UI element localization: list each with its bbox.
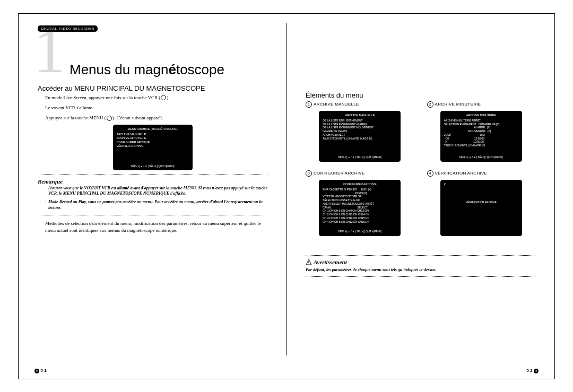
osd-verification-archive: Z VÉRIFICATION ARCHIVE: [440, 180, 522, 236]
sb-l: VÉRIFICATION ARCHIVE: [444, 201, 518, 204]
item-1: 1ARCHIVE MANUELLE ARCHIVE MANUELLE DE LA…: [306, 101, 414, 162]
avertissement-text: Avertissement: [314, 259, 347, 265]
circled-1: 1: [306, 101, 312, 108]
sb-l: ALARME [X]: [444, 126, 518, 129]
sb-l: TAUX D'ÉCHANTILLONNAGE IMAGE 1/1: [323, 137, 397, 141]
step-3: Appuyez sur la touche MENU (). L'écran s…: [45, 115, 267, 121]
osd-item: ARCHIVE MINUTERIE: [117, 136, 189, 140]
sb-l: CANAL SÉLECT.: [323, 206, 397, 210]
sb-l: CH 4:ON CH 8:ON CH12:ON CH16:ON: [323, 220, 397, 224]
rule-4: [306, 276, 535, 277]
item-3-label: 3CONFIGURER ARCHIVE: [306, 170, 414, 177]
header-pill: DIGITAL VIDEO RECORDER: [38, 25, 98, 32]
item-2-text: ARCHIVE MINUTERIE: [435, 102, 481, 107]
circled-2: 2: [427, 101, 433, 108]
sb-l: SÉLECTION ÉVÉNEMENT DÉMARRAGE [X]: [444, 123, 518, 126]
page-number-text: 5-1: [40, 368, 47, 373]
warning-icon: [306, 259, 312, 265]
chapter-title-b: é: [168, 62, 176, 77]
item-3-text: CONFIGURER ARCHIVE: [314, 171, 365, 176]
sb-txt: ARCHIVE MINUTERIE ARRÊT: [444, 119, 481, 123]
sb-l: DE LA LISTE ÉVÉNEMENT MOUVEMENT: [323, 126, 397, 129]
sb-t: ARCHIVE MINUTERIE: [444, 114, 518, 117]
osd-item: ARCHIVE MANUELLE: [117, 133, 189, 136]
vcr-button-icon: [161, 95, 166, 100]
sb-l: AVERTISSEUR MAGNÉTOSCOPE ARRÊT: [323, 202, 397, 206]
svg-point-2: [308, 263, 309, 264]
avertissement-heading: Avertissement: [306, 259, 535, 265]
sb-f: DÉPL.=[ ▲ / ▼ ] SÉL.=[ ] QUIT.=[MENU]: [323, 230, 397, 233]
page-number-left: ● 5-1: [34, 368, 47, 373]
sb-z: Z: [444, 182, 518, 186]
sb-l: VITESSE MAGNÉTOSCOPE SP: [323, 195, 397, 198]
item-2: 2ARCHIVE MINUTERIE ARCHIVE MINUTERIE ARC…: [427, 101, 536, 162]
right-section-heading: Éléments du menu: [306, 91, 535, 99]
page-number-bullet: ●: [534, 369, 539, 373]
left-section-heading: Accéder au MENU PRINCIPAL DU MAGNETOSCOP…: [38, 84, 267, 92]
osd-footer: DÉPL.=[ ▲ / ▼ ] SÉL.=[ ] QUIT.=[MENU]: [117, 165, 189, 168]
sb-l: GAMME DE TEMPS: [323, 129, 397, 133]
sb-l: DE LA LISTE ÉVÉNEMENT ALARME: [323, 123, 397, 126]
sb-l: DE LA LISTE ENR. ÉVÉNEMENT: [323, 119, 397, 123]
step3-b: ). L'écran suivant apparaît.: [112, 115, 163, 120]
page-spread: DIGITAL VIDEO RECORDER 1 Menus du magnét…: [18, 13, 555, 379]
left-page: DIGITAL VIDEO RECORDER 1 Menus du magnét…: [19, 14, 286, 379]
osd-configurer-archive: CONFIGURER ARCHIVE ENR.CASSETTE SI PB HD…: [319, 180, 401, 236]
remarque-heading: Remarque: [38, 178, 267, 185]
item-1-text: ARCHIVE MANUELLE: [314, 102, 359, 107]
step1-b: ).: [167, 95, 169, 100]
item-4-label: 4VÉRIFICATION ARCHIVE: [427, 170, 536, 177]
osd-title: MENU ARCHIVE (MAGNÉTOSCOPE): [117, 127, 189, 131]
sb-l: ARCHIVE MINUTERIE ARRÊT: [444, 119, 518, 123]
tail-note: Méthodes de sélection d'un élément du me…: [45, 220, 267, 234]
osd-screen-main: MENU ARCHIVE (MAGNÉTOSCOPE) ARCHIVE MANU…: [113, 125, 193, 170]
spacer: [444, 186, 518, 201]
item-4-text: VÉRIFICATION ARCHIVE: [435, 171, 488, 176]
right-page: Éléments du menu 1ARCHIVE MANUELLE ARCHI…: [286, 14, 554, 379]
sb-l: TAUX D' ÉCHANTILLONNAGE 1/1: [444, 144, 518, 147]
step-2: Le voyant VCR s'allume.: [45, 104, 267, 111]
menu-items-row-2: 3CONFIGURER ARCHIVE CONFIGURER ARCHIVE E…: [306, 170, 535, 236]
step3-a: Appuyez sur la touche MENU (: [45, 115, 106, 120]
chapter-title-a: Menus du magn: [70, 62, 168, 77]
sb-l: ENR.CASSETTE SI PB HDD ENG [X]: [323, 188, 397, 191]
sb-l: DE 12:00:00: [444, 137, 518, 141]
sb-l: CH 2:ON CH 6:ON CH10:ON CH14:ON: [323, 213, 397, 216]
item-2-label: 2ARCHIVE MINUTERIE: [427, 101, 536, 108]
sb-t: ARCHIVE MANUELLE: [323, 114, 397, 117]
sb-l: ARCHIVE DIRECT: [323, 133, 397, 137]
rule-1: [38, 175, 267, 175]
remarque-item: Mode Record ou Play, vous ne pouvez pas …: [48, 199, 267, 211]
menu-items-row-1: 1ARCHIVE MANUELLE ARCHIVE MANUELLE DE LA…: [306, 101, 535, 162]
page-number-text: 5-2: [526, 368, 533, 373]
sb-l: MOUVEMENT [X]: [444, 129, 518, 133]
chapter-title-c: toscope: [176, 62, 224, 77]
sb-l: PLEIN [X]: [323, 191, 397, 195]
circled-4: 4: [427, 170, 433, 177]
page-number-bullet: ●: [34, 369, 39, 373]
item-1-label: 1ARCHIVE MANUELLE: [306, 101, 414, 108]
sb-l: CH 3:ON CH 7:ON CH11:ON CH15:ON: [323, 216, 397, 220]
left-body: En mode Live Screen, appuyez une fois su…: [45, 94, 267, 121]
avertissement-body: Par défaut, les paramètres de chaque men…: [306, 267, 535, 272]
osd-item: VÉRIFIER ARCHIVE: [117, 144, 189, 148]
osd-archive-minuterie: ARCHIVE MINUTERIE ARCHIVE MINUTERIE ARRÊ…: [440, 111, 522, 162]
sb-t: CONFIGURER ARCHIVE: [323, 182, 397, 186]
step1-a: En mode Live Screen, appuyez une fois su…: [45, 95, 160, 100]
sb-l: CH 1:ON CH 5:ON CH 9:ON CH13:ON: [323, 209, 397, 213]
sb-f: DÉPL.=[ ▲ / ▼ ] SÉL.=[ ] QUIT.=[MENU]: [323, 156, 397, 159]
osd-item: CONFIGURER ARCHIVE: [117, 141, 189, 144]
rule-2: [38, 215, 267, 215]
sb-l: JOUR DIM: [444, 133, 518, 137]
remarque-item: Assurez-vous que le VOYANT VCR est allum…: [48, 186, 267, 197]
chapter-title: Menus du magnétoscope: [70, 62, 267, 78]
menu-button-icon: [107, 116, 112, 121]
item-4: 4VÉRIFICATION ARCHIVE Z VÉRIFICATION ARC…: [427, 170, 536, 236]
rule-3: [306, 255, 535, 256]
remarque-block: Assurez-vous que le VOYANT VCR est allum…: [38, 186, 267, 211]
sb-l: A 12:00:00: [444, 140, 518, 144]
item-3: 3CONFIGURER ARCHIVE CONFIGURER ARCHIVE E…: [306, 170, 414, 236]
sb-f: DÉPL.=[ ▲ / ▼ ] SÉL.=[ ] QUIT.=[MENU]: [444, 156, 518, 159]
osd-archive-manuelle: ARCHIVE MANUELLE DE LA LISTE ENR. ÉVÉNEM…: [319, 111, 401, 162]
sb-l: SÉLECTION CASSETTE E-180: [323, 198, 397, 202]
